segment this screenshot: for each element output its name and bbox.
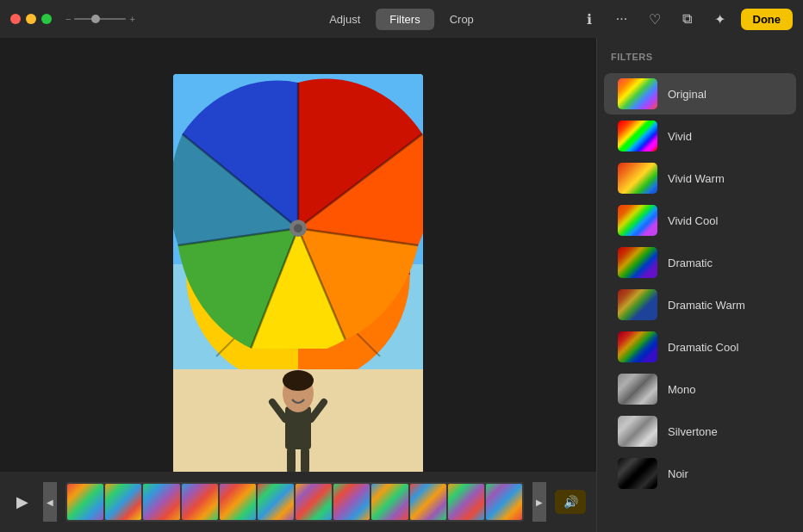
crop-tab[interactable]: Crop	[436, 9, 488, 30]
share-button[interactable]: ···	[610, 7, 634, 31]
filmstrip-frame	[333, 484, 370, 520]
filter-item-silvertone[interactable]: Silvertone	[604, 411, 796, 452]
copy-icon: ⧉	[682, 11, 692, 27]
filter-item-vivid-warm[interactable]: Vivid Warm	[604, 158, 796, 199]
filters-panel: FILTERS OriginalVividVivid WarmVivid Coo…	[596, 38, 803, 532]
photo-frame	[173, 74, 423, 496]
heart-icon: ♡	[649, 11, 661, 28]
share-icon: ···	[616, 11, 627, 27]
bottom-bar: ▶ ◀ ▶ 🔊	[0, 472, 596, 532]
close-button[interactable]	[10, 14, 21, 24]
slider-thumb[interactable]	[91, 15, 100, 23]
svg-rect-21	[301, 448, 309, 473]
play-icon: ▶	[16, 492, 28, 511]
filmstrip-frame	[220, 484, 256, 520]
left-arrow-icon: ◀	[47, 498, 53, 507]
filmstrip-right-arrow[interactable]: ▶	[532, 482, 546, 522]
umbrella-scene	[173, 74, 423, 496]
filters-header: FILTERS	[597, 52, 803, 72]
filmstrip-left-arrow[interactable]: ◀	[43, 482, 57, 522]
filter-label-vivid-cool: Vivid Cool	[668, 214, 718, 227]
magic-button[interactable]: ✦	[708, 7, 732, 31]
filmstrip-frame	[296, 484, 332, 520]
filter-thumbnail-original	[618, 78, 657, 109]
info-button[interactable]: ℹ	[577, 7, 601, 31]
heart-button[interactable]: ♡	[643, 7, 667, 31]
info-icon: ℹ	[587, 11, 592, 28]
svg-rect-15	[285, 406, 311, 449]
filmstrip[interactable]	[65, 482, 524, 522]
brightness-slider[interactable]: − +	[65, 14, 135, 24]
filter-item-vivid-cool[interactable]: Vivid Cool	[604, 200, 796, 241]
minimize-button[interactable]	[26, 14, 36, 24]
filters-tab[interactable]: Filters	[376, 9, 433, 30]
filter-thumbnail-dramatic-warm	[618, 289, 657, 320]
filter-item-vivid[interactable]: Vivid	[604, 115, 796, 157]
filter-label-dramatic-cool: Dramatic Cool	[668, 341, 738, 354]
filter-label-dramatic: Dramatic	[668, 257, 713, 269]
copy-button[interactable]: ⧉	[675, 7, 700, 31]
filmstrip-frame	[371, 484, 408, 520]
volume-button[interactable]: 🔊	[555, 490, 586, 514]
filmstrip-frame	[182, 484, 218, 520]
filter-thumbnail-noir	[618, 458, 657, 489]
play-button[interactable]: ▶	[10, 490, 34, 514]
slider-track[interactable]	[74, 18, 126, 20]
filter-thumbnail-dramatic	[618, 247, 657, 278]
filter-item-mono[interactable]: Mono	[604, 368, 796, 410]
filter-item-original[interactable]: Original	[604, 73, 796, 114]
filter-thumbnail-mono	[618, 374, 657, 405]
filmstrip-frame	[258, 484, 294, 520]
filter-thumbnail-vivid-warm	[618, 163, 657, 194]
filmstrip-frame	[143, 484, 179, 520]
photo-container	[0, 38, 596, 532]
svg-line-18	[272, 402, 285, 419]
filmstrip-frame	[486, 484, 522, 520]
filter-item-noir[interactable]: Noir	[604, 453, 796, 494]
filmstrip-frame	[410, 484, 446, 520]
svg-line-19	[311, 402, 324, 419]
traffic-lights	[10, 14, 52, 24]
filter-thumbnail-vivid	[618, 121, 657, 152]
filter-label-vivid-warm: Vivid Warm	[668, 172, 725, 185]
main-photo-area	[0, 38, 596, 532]
filter-item-dramatic[interactable]: Dramatic	[604, 242, 796, 283]
filter-label-vivid: Vivid	[668, 130, 692, 143]
filter-thumbnail-silvertone	[618, 416, 657, 447]
filter-thumbnail-dramatic-cool	[618, 331, 657, 362]
svg-point-17	[283, 370, 314, 391]
filter-label-original: Original	[668, 88, 707, 101]
toolbar-right: ℹ ··· ♡ ⧉ ✦ Done	[577, 7, 794, 31]
filter-label-dramatic-warm: Dramatic Warm	[668, 299, 745, 312]
filter-label-noir: Noir	[668, 467, 688, 480]
filter-label-silvertone: Silvertone	[668, 425, 718, 438]
toolbar-center: Adjust Filters Crop	[315, 9, 488, 30]
svg-point-14	[294, 224, 302, 232]
filter-label-mono: Mono	[668, 383, 696, 396]
filmstrip-frame	[448, 484, 484, 520]
titlebar: − + Adjust Filters Crop ℹ ··· ♡ ⧉ ✦ Done	[0, 0, 803, 38]
filter-thumbnail-vivid-cool	[618, 205, 657, 236]
done-button[interactable]: Done	[741, 9, 794, 30]
volume-icon: 🔊	[563, 495, 578, 509]
filmstrip-frame	[105, 484, 141, 520]
brightness-min-icon: −	[65, 14, 71, 24]
filter-item-dramatic-warm[interactable]: Dramatic Warm	[604, 284, 796, 325]
maximize-button[interactable]	[41, 14, 52, 24]
magic-icon: ✦	[714, 11, 725, 28]
filter-item-dramatic-cool[interactable]: Dramatic Cool	[604, 326, 796, 368]
right-arrow-icon: ▶	[536, 498, 543, 507]
adjust-tab[interactable]: Adjust	[315, 9, 374, 30]
filmstrip-frame	[67, 484, 103, 520]
brightness-max-icon: +	[129, 14, 134, 24]
svg-rect-20	[287, 448, 296, 473]
filter-list: OriginalVividVivid WarmVivid CoolDramati…	[597, 73, 803, 494]
